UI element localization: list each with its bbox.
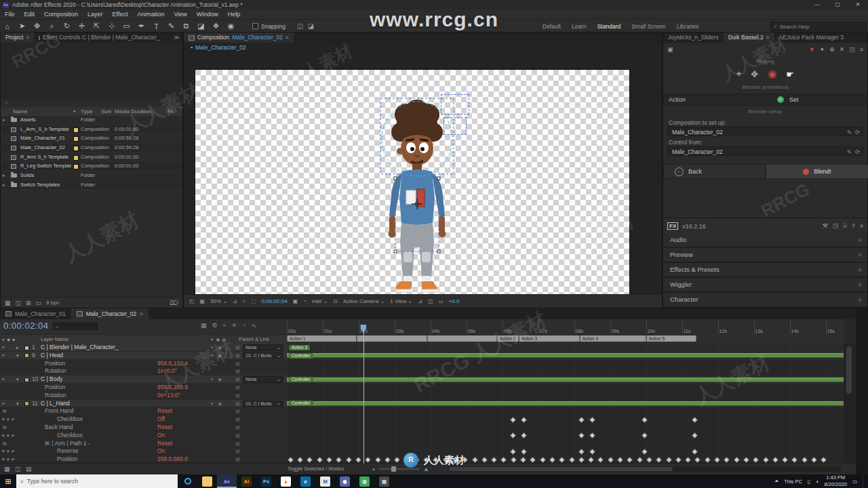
panel-menu-icon[interactable]: ≡ [859, 293, 862, 306]
keyframe-icon[interactable] [676, 458, 681, 462]
comp-marker[interactable] [357, 336, 427, 342]
panel-icon[interactable]: ◳ [849, 46, 855, 53]
panel-menu-icon[interactable]: ≡ [140, 308, 143, 319]
exposure-value[interactable]: +0.0 [449, 298, 460, 304]
delete-icon[interactable]: ⌦ [170, 300, 178, 306]
blend-button[interactable]: Blend! [766, 164, 868, 179]
puppet-pin-tool-icon[interactable]: ◉ [226, 22, 235, 30]
timeline-horizontal-scrollbar[interactable] [448, 466, 841, 472]
zoom-tool-icon[interactable]: ⌕ [47, 22, 56, 30]
tray-expand-icon[interactable]: ⏶ [774, 478, 778, 485]
column-label-icon[interactable]: ● [73, 107, 77, 116]
pixel-aspect-icon[interactable]: ⊿ [418, 298, 422, 304]
timeline-search[interactable]: ⌕ [53, 323, 98, 330]
notification-icon[interactable]: ▭ [852, 479, 857, 485]
graph-editor-icon[interactable]: ∿ [252, 322, 257, 329]
parent-pickwhip-icon[interactable]: ◎ [235, 415, 240, 424]
zoom-out-icon[interactable]: ▲ [372, 467, 376, 471]
tab-aejuice-pack-manager-3[interactable]: AEJuice Pack Manager 3 [774, 33, 848, 43]
in-out-icon[interactable]: ◫ [15, 464, 21, 474]
view-layout-select[interactable]: 1 View ⌄ [390, 298, 412, 304]
timeline-tab-male-character-01[interactable]: Male_Character_01 [0, 308, 71, 319]
keyframe-icon[interactable] [356, 458, 361, 462]
keyframe-icon[interactable] [590, 449, 595, 454]
help-icon[interactable]: ? [852, 222, 855, 230]
taskbar-chrome[interactable]: ◎ [355, 474, 374, 488]
motion-blur-icon[interactable]: ◔ [242, 322, 245, 329]
parent-pickwhip-icon[interactable]: ◎ [235, 392, 240, 400]
pan-camera-tool-icon[interactable]: ✛ [77, 22, 86, 30]
property-value[interactable]: Off [157, 415, 165, 424]
taskbar-discord[interactable]: ◉ [335, 474, 355, 488]
keyframe-icon[interactable] [783, 458, 787, 462]
layer-info[interactable]: Position959.6,132.4◎ [0, 360, 287, 368]
visibility-toggle[interactable]: ● [2, 375, 5, 384]
keyframe-icon[interactable] [579, 449, 584, 454]
parent-pickwhip-icon[interactable]: ◎ [235, 407, 240, 415]
keyframe-icon[interactable] [521, 458, 526, 462]
keyframe-icon[interactable] [812, 458, 816, 462]
keyframe-icon[interactable] [317, 458, 322, 462]
layer-info[interactable]: Rotation0x+13.0°◎ [0, 392, 287, 400]
roi-icon[interactable]: ⊡ [333, 298, 338, 304]
edit-icon[interactable]: ✎ [847, 127, 852, 137]
keyframe-icon[interactable] [608, 458, 613, 462]
close-icon[interactable]: ✕ [840, 46, 845, 53]
timeline-vertical-scrollbar[interactable] [845, 344, 853, 464]
parent-dropdown[interactable]: None⌄ [243, 376, 283, 383]
keyframe-icon[interactable] [773, 458, 778, 462]
grid-options-icon[interactable]: ▦ [200, 298, 205, 304]
keyframe-icon[interactable] [521, 418, 526, 422]
eraser-tool-icon[interactable]: ◪ [197, 22, 205, 30]
keyframe-icon[interactable] [802, 458, 807, 462]
keyframe-icon[interactable] [792, 458, 797, 462]
home-tool-icon[interactable]: ⌂ [3, 22, 12, 30]
visibility-toggle[interactable]: ● [2, 400, 5, 408]
keyframe-icon[interactable] [540, 458, 545, 462]
comp-marker[interactable]: Action 1 [287, 336, 357, 342]
keyframe-nav[interactable]: ◀ ◆ ▶ [1, 415, 16, 424]
this-pc-button[interactable]: This PC [784, 479, 802, 485]
taskbar-search[interactable]: ⌕ Type here to search [16, 474, 178, 488]
more-tabs-icon[interactable]: ≫ [171, 33, 182, 43]
keyframe-icon[interactable] [327, 458, 332, 462]
magnification-select[interactable]: 50% ⌄ [210, 298, 227, 304]
keyframe-icon[interactable] [656, 458, 661, 462]
menu-help[interactable]: Help [223, 9, 245, 19]
project-item-l-arm-s-h-template[interactable]: L_Arm_S_h TemplateComposition0:00:01:00 [1, 125, 182, 135]
taskbar-edge[interactable]: e [296, 474, 315, 488]
keyframe-icon[interactable] [590, 433, 595, 438]
snap-grid-icon[interactable]: ◫ [297, 22, 303, 30]
tab-duik-bassel-2[interactable]: Duik Bassel.2≡ [724, 33, 774, 43]
parent-pickwhip-icon[interactable]: ◎ [235, 344, 240, 352]
refresh-icon[interactable]: ⟳ [855, 147, 860, 157]
project-item-r-leg-switch-template[interactable]: R_Leg Switch TemplateComposition0:00:01:… [1, 162, 182, 171]
pan-behind-tool-icon[interactable]: ⊹ [107, 22, 116, 30]
pen-tool-icon[interactable]: ✒ [137, 22, 146, 30]
keyframe-icon[interactable] [307, 458, 312, 462]
project-item-male-character-01[interactable]: Male_Character_01Composition0:00:59:28 [1, 134, 182, 144]
keyframe-icon[interactable] [692, 449, 697, 454]
comp-to-setup-field[interactable]: Male_Character_02 ✎⟳ [667, 127, 863, 136]
snapshot-icon[interactable]: ▣ [293, 298, 298, 304]
visibility-toggle[interactable]: ● [2, 352, 5, 360]
label-color[interactable] [73, 155, 79, 161]
project-settings-icon[interactable]: ▭ [36, 300, 42, 306]
layer-switches[interactable]: ✦ ◉ [210, 344, 223, 352]
keyframe-nav[interactable]: ◀ ◆ ▶ [1, 447, 16, 455]
menu-file[interactable]: File [0, 9, 20, 19]
property-value[interactable]: 1x+0.0° [157, 367, 177, 375]
mask-icon[interactable]: ⌗ [243, 298, 246, 305]
project-item-r-arm-s-h-template[interactable]: R_Arm S_h TemplateComposition0:00:01:00 [1, 153, 182, 163]
column-file[interactable]: Fil [167, 107, 173, 116]
twirl-icon[interactable]: ▸ [16, 344, 19, 352]
taskbar-clock[interactable]: 1:43 PM 8/20/2020 [825, 474, 847, 488]
dolly-camera-tool-icon[interactable]: ⇱ [92, 22, 101, 30]
bar-label[interactable]: Action 3 [289, 345, 311, 350]
keyframe-icon[interactable] [521, 433, 526, 438]
menu-edit[interactable]: Edit [20, 9, 40, 19]
brush-tool-icon[interactable]: ✎ [167, 22, 176, 30]
panel-tab-character[interactable]: Character≡ [663, 293, 867, 308]
current-time-display[interactable]: 0:00:02:04 [3, 321, 48, 331]
layer-switches[interactable]: ✦ ◉ [210, 400, 223, 408]
